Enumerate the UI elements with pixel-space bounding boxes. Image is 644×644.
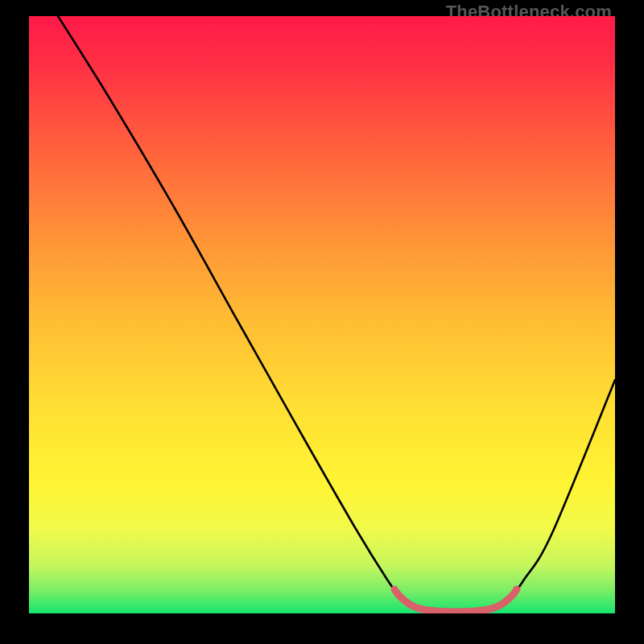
- gradient-background: [29, 16, 615, 613]
- chart-frame: [29, 16, 615, 613]
- bottleneck-chart: [29, 16, 615, 613]
